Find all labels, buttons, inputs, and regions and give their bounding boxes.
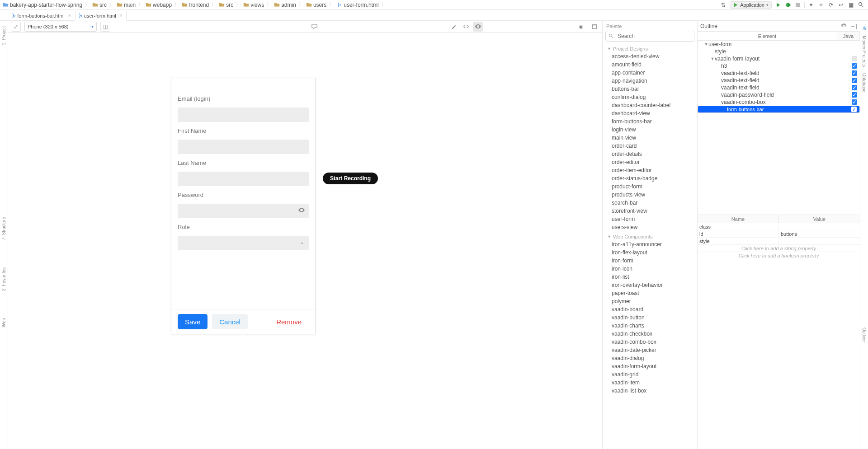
left-gutter-tab[interactable]: 2: Favorites xyxy=(1,266,6,293)
palette-item[interactable]: order-status-badge xyxy=(603,174,697,182)
outline-tree-row[interactable]: vaadin-text-field✓ xyxy=(698,70,860,77)
palette-item[interactable]: vaadin-form-layout xyxy=(603,362,697,370)
palette-item[interactable]: paper-toast xyxy=(603,289,697,297)
text-field[interactable] xyxy=(178,108,309,122)
palette-item[interactable]: iron-overlay-behavior xyxy=(603,281,697,289)
outline-tree-row[interactable]: vaadin-text-field✓ xyxy=(698,84,860,91)
swap-icon[interactable] xyxy=(720,1,727,9)
palette-item[interactable]: vaadin-charts xyxy=(603,322,697,330)
tool-icon-3[interactable]: ⟳ xyxy=(827,1,835,9)
add-boolean-prop-hint[interactable]: Click here to add a boolean property xyxy=(698,252,860,259)
debug-button[interactable] xyxy=(784,1,792,9)
palette-item[interactable]: confirm-dialog xyxy=(603,93,697,101)
palette-item[interactable]: user-form xyxy=(603,215,697,223)
palette-item[interactable]: iron-form xyxy=(603,257,697,265)
text-field[interactable] xyxy=(178,140,309,154)
run-config-selector[interactable]: Application ▾ xyxy=(730,1,772,9)
comment-mode-button[interactable] xyxy=(309,22,319,32)
outline-tree-row[interactable]: ▼vaadin-form-layout xyxy=(698,55,860,62)
back-device-button[interactable]: ⤢ xyxy=(11,22,21,32)
palette-item[interactable]: vaadin-button xyxy=(603,313,697,322)
bind-check-icon[interactable] xyxy=(852,56,857,61)
outline-tree-row[interactable]: vaadin-combo-box✓ xyxy=(698,98,860,106)
text-field[interactable] xyxy=(178,172,309,186)
breadcrumb-item[interactable]: bakery-app-starter-flow-spring xyxy=(2,2,83,8)
responsive-icon[interactable]: ◉ xyxy=(576,22,586,32)
outline-settings-icon[interactable] xyxy=(840,23,847,30)
palette-item[interactable]: order-item-editor xyxy=(603,166,697,174)
palette-item[interactable]: iron-list xyxy=(603,273,697,281)
palette-item[interactable]: login-view xyxy=(603,126,697,134)
breadcrumb-item[interactable]: webapp xyxy=(145,2,173,8)
external-icon[interactable] xyxy=(590,22,599,32)
outline-tree-row[interactable]: ▼user-form xyxy=(698,41,860,48)
palette-item[interactable]: app-navigation xyxy=(603,77,697,85)
palette-item[interactable]: iron-flex-layout xyxy=(603,248,697,257)
left-gutter-tab[interactable]: 1: Project xyxy=(1,24,6,47)
remove-button[interactable]: Remove xyxy=(269,314,309,329)
design-canvas[interactable]: Email (login)First NameLast NamePassword… xyxy=(8,33,602,449)
right-gutter-tab[interactable]: Maven Projects xyxy=(862,34,867,69)
palette-item[interactable]: buttons-bar xyxy=(603,85,697,93)
palette-group-header[interactable]: ▼ Project Designs xyxy=(603,43,697,52)
close-tab-icon[interactable]: × xyxy=(118,13,123,18)
close-tab-icon[interactable]: × xyxy=(66,13,71,18)
palette-item[interactable]: access-denied-view xyxy=(603,52,697,61)
palette-search-input[interactable] xyxy=(617,33,691,40)
outline-tab-java[interactable]: Java xyxy=(837,32,860,40)
palette-item[interactable]: order-card xyxy=(603,142,697,150)
palette-item[interactable]: vaadin-checkbox xyxy=(603,330,697,338)
breadcrumb-item[interactable]: src xyxy=(91,2,108,8)
breadcrumb-item[interactable]: src xyxy=(218,2,234,8)
palette-item[interactable]: vaadin-grid xyxy=(603,370,697,379)
bind-check-icon[interactable]: ✓ xyxy=(852,70,857,76)
palette-item[interactable]: storefront-view xyxy=(603,207,697,215)
right-gutter-tab[interactable]: Outline xyxy=(862,326,867,344)
cancel-button[interactable]: Cancel xyxy=(212,314,248,329)
breadcrumb-item[interactable]: users xyxy=(305,2,327,8)
bind-check-icon[interactable]: ✓ xyxy=(851,107,857,112)
left-gutter-tab[interactable]: 7: Structure xyxy=(1,215,6,242)
outline-hide-icon[interactable]: →| xyxy=(850,23,857,30)
search-everywhere-icon[interactable] xyxy=(857,1,864,9)
property-row[interactable]: class xyxy=(698,223,860,230)
outline-tree-row[interactable]: form-buttons-bar✓ xyxy=(698,106,860,113)
role-combo-box[interactable]: ⌄ xyxy=(178,236,309,250)
outline-tab-element[interactable]: Element xyxy=(698,32,837,40)
rotate-device-button[interactable]: ◫ xyxy=(100,22,110,32)
palette-item[interactable]: dashboard-counter-label xyxy=(603,101,697,109)
left-gutter-tab[interactable]: Web xyxy=(1,316,6,329)
chevron-down-icon[interactable]: ⌄ xyxy=(300,239,304,245)
bind-check-icon[interactable]: ✓ xyxy=(852,99,857,105)
code-mode-button[interactable] xyxy=(461,22,471,32)
password-field[interactable] xyxy=(178,204,309,218)
add-string-prop-hint[interactable]: Click here to add a string property xyxy=(698,245,860,252)
palette-item[interactable]: order-details xyxy=(603,150,697,158)
palette-item[interactable]: users-view xyxy=(603,223,697,231)
breadcrumb-item[interactable]: }᠎›user-form.html xyxy=(335,2,379,8)
bind-check-icon[interactable]: ✓ xyxy=(852,85,857,90)
palette-item[interactable]: vaadin-list-box xyxy=(603,387,697,395)
breadcrumb-item[interactable]: main xyxy=(116,2,137,8)
breadcrumb-item[interactable]: views xyxy=(242,2,265,8)
bind-check-icon[interactable]: ✓ xyxy=(852,78,857,83)
palette-item[interactable]: iron-icon xyxy=(603,265,697,273)
outline-tree-row[interactable]: vaadin-password-field✓ xyxy=(698,91,860,98)
eye-icon[interactable] xyxy=(298,206,305,215)
palette-item[interactable]: dashboard-view xyxy=(603,109,697,117)
palette-group-header[interactable]: ▼ Web Components xyxy=(603,231,697,240)
bind-check-icon[interactable]: ✓ xyxy=(852,92,857,98)
palette-item[interactable]: vaadin-board xyxy=(603,305,697,313)
palette-item[interactable]: vaadin-date-picker xyxy=(603,346,697,354)
palette-item[interactable]: vaadin-item xyxy=(603,379,697,387)
editor-tab[interactable]: }᠎›user-form.html× xyxy=(75,11,127,21)
tool-icon-2[interactable]: ✧ xyxy=(817,1,825,9)
property-row[interactable]: style xyxy=(698,238,860,245)
palette-item[interactable]: vaadin-combo-box xyxy=(603,338,697,346)
outline-tree-row[interactable]: vaadin-text-field✓ xyxy=(698,77,860,84)
breadcrumb-item[interactable]: frontend xyxy=(181,2,210,8)
breadcrumb-item[interactable]: admin xyxy=(273,2,297,8)
preview-mode-button[interactable] xyxy=(473,22,483,32)
outline-tree-row[interactable]: h3✓ xyxy=(698,62,860,70)
property-row[interactable]: idbuttons xyxy=(698,230,860,238)
